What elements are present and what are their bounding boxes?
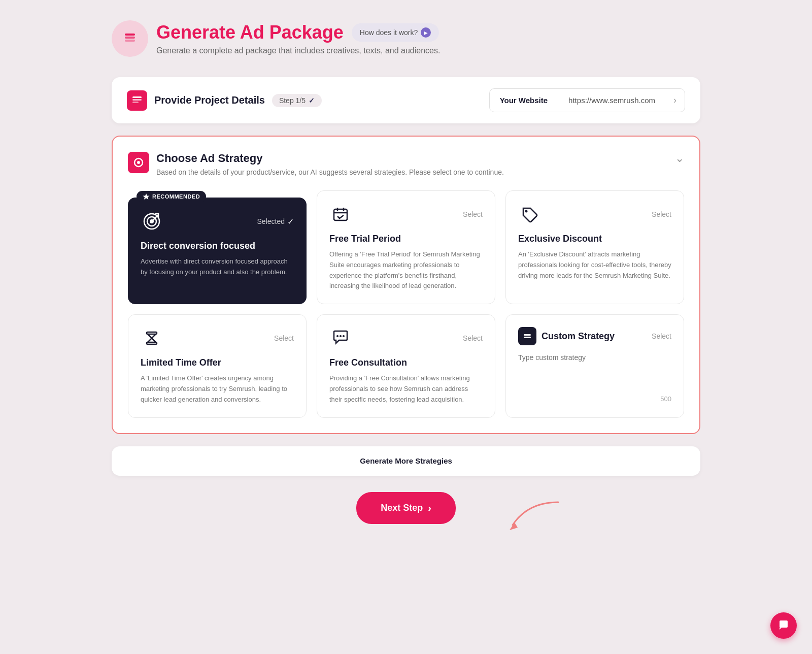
strategy-action-direct: Selected ✓ <box>257 217 294 226</box>
strategy-card-top-2: Select <box>329 203 483 225</box>
svg-rect-13 <box>334 209 347 220</box>
website-label: Your Website <box>490 90 558 111</box>
svg-rect-24 <box>524 334 531 336</box>
strategy-name-limited: Limited Time Offer <box>141 357 294 368</box>
strategy-card-consultation[interactable]: Select Free Consultation Providing a 'Fr… <box>317 314 495 417</box>
svg-marker-26 <box>510 522 518 530</box>
svg-rect-25 <box>524 337 531 338</box>
strategy-action-discount[interactable]: Select <box>652 210 671 218</box>
target-icon <box>141 210 163 233</box>
tag-icon <box>518 203 540 225</box>
step-badge: Step 1/5 ✓ <box>272 94 322 107</box>
strategy-action-limited[interactable]: Select <box>274 334 294 342</box>
strategy-card-container: Choose Ad Strategy Based on the details … <box>112 136 700 434</box>
strategy-card-custom[interactable]: Custom Strategy Select 500 <box>505 314 684 417</box>
hourglass-icon <box>141 327 163 349</box>
svg-marker-8 <box>143 193 149 200</box>
strategy-action-consultation[interactable]: Select <box>463 334 483 342</box>
svg-point-17 <box>525 210 528 213</box>
header-text: Generate Ad Package How does it work? ▶ … <box>156 22 440 55</box>
custom-strategy-select[interactable]: Select <box>652 332 671 340</box>
card-chevron-icon[interactable]: ⌄ <box>675 152 684 165</box>
calendar-check-icon <box>329 203 352 225</box>
page-title: Generate Ad Package <box>156 22 344 43</box>
chevron-right-icon[interactable]: › <box>665 89 685 112</box>
header-icon-circle <box>112 20 148 57</box>
step-check: ✓ <box>309 96 315 105</box>
selected-label: Selected <box>257 217 285 225</box>
strategy-card-direct-conversion[interactable]: RECOMMENDED Selected ✓ <box>128 198 307 304</box>
project-bar-title: Provide Project Details <box>154 94 265 106</box>
project-bar-icon <box>127 90 147 111</box>
custom-strategy-icon <box>518 327 536 345</box>
project-bar-left: Provide Project Details Step 1/5 ✓ <box>127 90 322 111</box>
svg-point-21 <box>336 335 339 337</box>
card-header-text: Choose Ad Strategy Based on the details … <box>156 152 504 176</box>
strategy-desc-direct: Advertise with direct conversion focused… <box>141 256 294 278</box>
recommended-label: RECOMMENDED <box>152 193 200 200</box>
arrow-annotation <box>487 497 568 540</box>
custom-strategy-title-area: Custom Strategy <box>518 327 615 345</box>
chat-icon <box>329 327 352 349</box>
next-step-button[interactable]: Next Step › <box>356 492 456 524</box>
svg-rect-3 <box>132 96 142 98</box>
play-icon: ▶ <box>421 27 431 38</box>
next-step-area: Next Step › <box>112 492 700 524</box>
generate-more-bar: Generate More Strategies <box>112 446 700 476</box>
custom-strategy-textarea[interactable] <box>518 353 671 389</box>
custom-strategy-header: Custom Strategy Select <box>518 327 671 345</box>
svg-point-23 <box>343 335 345 337</box>
svg-rect-2 <box>125 40 135 42</box>
select-label-limited: Select <box>274 334 294 342</box>
page-header: Generate Ad Package How does it work? ▶ … <box>112 20 700 57</box>
svg-rect-5 <box>132 102 139 103</box>
strategy-card-limited-time[interactable]: Select Limited Time Offer A 'Limited Tim… <box>128 314 307 417</box>
strategy-name-direct: Direct conversion focused <box>141 241 294 251</box>
strategy-desc-consultation: Providing a 'Free Consultation' allows m… <box>329 373 483 405</box>
strategy-name-discount: Exclusive Discount <box>518 234 671 244</box>
strategy-name-consultation: Free Consultation <box>329 357 483 368</box>
custom-char-count: 500 <box>518 395 671 403</box>
layers-icon <box>121 29 139 48</box>
next-step-label: Next Step <box>381 503 423 513</box>
card-header-icon <box>128 152 149 173</box>
select-label-consultation: Select <box>463 334 483 342</box>
svg-point-22 <box>340 335 342 337</box>
strategy-action-trial[interactable]: Select <box>463 210 483 218</box>
next-step-arrow-icon: › <box>428 502 431 514</box>
strategy-card-top-3: Select <box>518 203 671 225</box>
generate-more-button[interactable]: Generate More Strategies <box>360 456 452 465</box>
select-label-trial: Select <box>463 210 483 218</box>
strategy-desc-discount: An 'Exclusive Discount' attracts marketi… <box>518 249 671 281</box>
strategy-desc-limited: A 'Limited Time Offer' creates urgency a… <box>141 373 294 405</box>
header-subtitle: Generate a complete ad package that incl… <box>156 46 440 55</box>
chat-bubble-button[interactable] <box>770 612 797 639</box>
card-header-left: Choose Ad Strategy Based on the details … <box>128 152 504 176</box>
strategy-card-top: Selected ✓ <box>141 210 294 233</box>
svg-rect-1 <box>125 37 135 39</box>
svg-rect-4 <box>132 99 142 101</box>
website-url: https://www.semrush.com <box>558 90 665 111</box>
card-header: Choose Ad Strategy Based on the details … <box>128 152 684 176</box>
recommended-badge: RECOMMENDED <box>137 191 206 202</box>
strategy-name-trial: Free Trial Period <box>329 234 483 244</box>
select-label-discount: Select <box>652 210 671 218</box>
card-subtitle: Based on the details of your product/ser… <box>156 168 504 176</box>
strategy-card-discount[interactable]: Select Exclusive Discount An 'Exclusive … <box>505 190 684 304</box>
svg-line-12 <box>152 215 158 221</box>
strategy-grid: RECOMMENDED Selected ✓ <box>128 190 684 418</box>
svg-point-7 <box>137 161 140 164</box>
card-title: Choose Ad Strategy <box>156 152 504 165</box>
project-bar-right: Your Website https://www.semrush.com › <box>489 88 685 112</box>
project-details-bar: Provide Project Details Step 1/5 ✓ Your … <box>112 77 700 123</box>
strategy-card-free-trial[interactable]: Select Free Trial Period Offering a 'Fre… <box>317 190 495 304</box>
strategy-card-top-5: Select <box>329 327 483 349</box>
how-it-works-button[interactable]: How does it work? ▶ <box>352 23 439 42</box>
selected-check-icon: ✓ <box>287 217 294 226</box>
custom-strategy-name: Custom Strategy <box>542 331 615 342</box>
step-text: Step 1/5 <box>279 96 306 105</box>
strategy-card-top-4: Select <box>141 327 294 349</box>
how-it-works-label: How does it work? <box>360 28 418 37</box>
svg-rect-0 <box>125 34 135 36</box>
strategy-desc-trial: Offering a 'Free Trial Period' for Semru… <box>329 249 483 291</box>
